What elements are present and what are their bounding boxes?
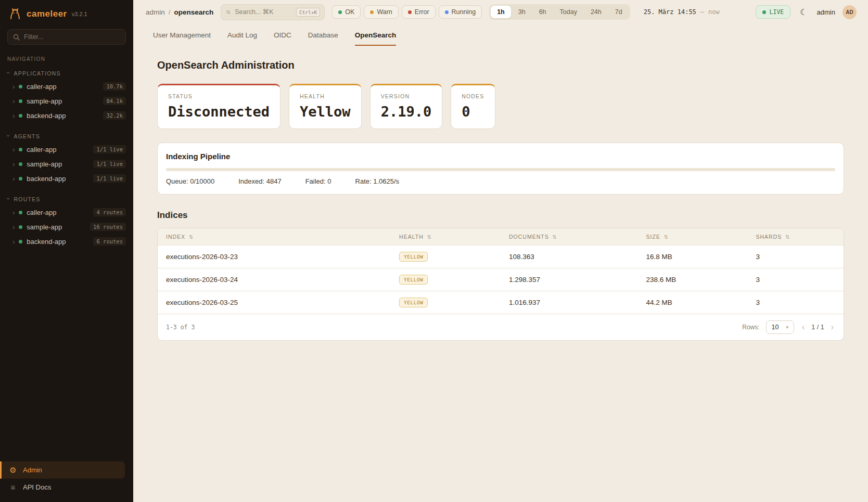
sidebar-section-routes: › ROUTES › caller-app 4 routes › sample-… xyxy=(0,193,133,249)
chevron-right-icon: › xyxy=(12,175,15,182)
count-badge: 4 routes xyxy=(93,208,126,216)
column-header-documents[interactable]: DOCUMENTS ⇅ xyxy=(501,228,638,246)
date-range-display[interactable]: 25. März 14:55 — now xyxy=(637,6,726,18)
tab-oidc[interactable]: OIDC xyxy=(274,31,291,46)
breadcrumb: admin / opensearch xyxy=(146,8,213,16)
tab-opensearch[interactable]: OpenSearch xyxy=(355,31,397,46)
rows-per-page-select[interactable]: 10 ▾ xyxy=(766,320,794,334)
table-row[interactable]: executions-2026-03-23 YELLOW 108.363 16.… xyxy=(158,246,844,268)
status-dot xyxy=(19,162,22,166)
stat-card-health: HEALTH Yellow xyxy=(289,84,362,129)
avatar[interactable]: AD xyxy=(843,5,857,19)
sidebar-item-api-docs[interactable]: ≡ API Docs xyxy=(0,479,133,496)
stat-value: 2.19.0 xyxy=(381,104,432,120)
stat-label: STATUS xyxy=(168,93,270,99)
time-range-group: 1h 3h 6h Today 24h 7d xyxy=(489,4,630,20)
filter-error-button[interactable]: Error xyxy=(402,5,436,19)
sidebar-item-routes-backend-app[interactable]: › backend-app 6 routes xyxy=(0,234,133,249)
search-icon xyxy=(13,34,20,41)
sidebar-footer: ⚙ Admin ≡ API Docs xyxy=(0,461,133,502)
indexing-pipeline-card: Indexing Pipeline Queue: 0/10000 Indexed… xyxy=(157,143,844,195)
sidebar-item-agents-backend-app[interactable]: › backend-app 1/1 live xyxy=(0,171,133,186)
stat-value: Yellow xyxy=(300,104,351,120)
time-range-3h[interactable]: 3h xyxy=(512,6,532,18)
next-page-button[interactable]: › xyxy=(829,323,835,332)
sidebar-item-applications-caller-app[interactable]: › caller-app 10.7k xyxy=(0,79,133,94)
count-badge: 32.2k xyxy=(103,111,126,120)
chevron-right-icon: › xyxy=(12,98,15,105)
sidebar-item-routes-caller-app[interactable]: › caller-app 4 routes xyxy=(0,205,133,220)
chevron-down-icon: › xyxy=(5,135,12,138)
dark-mode-toggle[interactable]: ☾ xyxy=(798,5,809,19)
pipeline-failed: Failed: 0 xyxy=(305,177,331,185)
sidebar-item-label: caller-app xyxy=(27,146,89,153)
status-dot xyxy=(19,148,22,151)
filter-ok-button[interactable]: OK xyxy=(332,5,361,19)
breadcrumb-admin[interactable]: admin xyxy=(146,8,165,16)
chevron-right-icon: › xyxy=(12,238,15,245)
sidebar-item-agents-sample-app[interactable]: › sample-app 1/1 live xyxy=(0,157,133,171)
time-range-1h[interactable]: 1h xyxy=(491,6,511,18)
tab-audit-log[interactable]: Audit Log xyxy=(227,31,257,46)
sidebar-filter[interactable] xyxy=(7,29,126,45)
status-dot xyxy=(19,177,22,181)
count-badge: 84.1k xyxy=(103,97,126,105)
stat-label: HEALTH xyxy=(300,93,351,99)
pipeline-progress-bar xyxy=(166,168,835,171)
sidebar-item-applications-sample-app[interactable]: › sample-app 84.1k xyxy=(0,94,133,108)
chevron-right-icon: › xyxy=(12,146,15,153)
status-dot xyxy=(19,211,22,214)
sidebar-item-admin[interactable]: ⚙ Admin xyxy=(0,461,125,479)
time-range-7d[interactable]: 7d xyxy=(609,6,629,18)
time-range-today[interactable]: Today xyxy=(554,6,583,18)
column-header-health[interactable]: HEALTH ⇅ xyxy=(391,228,501,246)
live-label: LIVE xyxy=(770,8,784,16)
stat-card-status: STATUS Disconnected xyxy=(157,84,280,129)
date-text: 25. März 14:55 xyxy=(644,8,696,16)
filter-running-button[interactable]: Running xyxy=(439,5,482,19)
section-header-agents[interactable]: › AGENTS xyxy=(0,130,133,142)
tab-user-management[interactable]: User Management xyxy=(153,31,211,46)
time-range-6h[interactable]: 6h xyxy=(533,6,553,18)
sort-icon: ⇅ xyxy=(427,234,432,240)
stat-value: 0 xyxy=(462,104,484,120)
table-row[interactable]: executions-2026-03-24 YELLOW 1.298.357 2… xyxy=(158,268,844,291)
sidebar-item-applications-backend-app[interactable]: › backend-app 32.2k xyxy=(0,108,133,123)
pagination: ‹ 1 / 1 › xyxy=(800,323,835,332)
user-name: admin xyxy=(817,8,835,16)
global-search[interactable]: Ctrl+K xyxy=(221,4,325,20)
sidebar-item-agents-caller-app[interactable]: › caller-app 1/1 live xyxy=(0,142,133,157)
stat-label: VERSION xyxy=(381,93,432,99)
time-range-24h[interactable]: 24h xyxy=(584,6,608,18)
table-row[interactable]: executions-2026-03-25 YELLOW 1.016.937 4… xyxy=(158,291,844,314)
live-toggle[interactable]: LIVE xyxy=(756,5,791,19)
date-separator: — xyxy=(700,8,704,16)
app-logo: cameleer v3.2.1 xyxy=(0,7,133,29)
column-header-size[interactable]: SIZE ⇅ xyxy=(638,228,748,246)
date-now: now xyxy=(708,8,720,16)
global-search-input[interactable] xyxy=(235,8,292,16)
chevron-down-icon: › xyxy=(5,72,12,75)
count-badge: 1/1 live xyxy=(93,174,126,183)
cell-index: executions-2026-03-23 xyxy=(158,246,391,268)
rows-per-page-label: Rows: xyxy=(742,324,759,331)
filter-warn-button[interactable]: Warn xyxy=(364,5,398,19)
sidebar-filter-input[interactable] xyxy=(24,33,120,41)
cell-documents: 1.016.937 xyxy=(501,291,638,314)
nav-section-label: NAVIGATION xyxy=(0,56,133,67)
section-header-routes[interactable]: › ROUTES xyxy=(0,193,133,205)
sidebar-item-label: backend-app xyxy=(27,112,99,120)
breadcrumb-separator: / xyxy=(169,8,171,16)
sidebar-item-routes-sample-app[interactable]: › sample-app 16 routes xyxy=(0,220,133,234)
previous-page-button[interactable]: ‹ xyxy=(800,323,806,332)
tab-database[interactable]: Database xyxy=(308,31,338,46)
stat-value: Disconnected xyxy=(168,104,270,120)
filter-label: OK xyxy=(345,8,354,16)
section-label: APPLICATIONS xyxy=(14,70,61,76)
filter-label: Error xyxy=(415,8,429,16)
sidebar-item-label: caller-app xyxy=(27,209,89,216)
column-header-shards[interactable]: SHARDS ⇅ xyxy=(747,228,844,246)
table-footer: 1-3 of 3 Rows: 10 ▾ ‹ 1 / 1 › xyxy=(158,314,844,340)
column-header-index[interactable]: INDEX ⇅ xyxy=(158,228,391,246)
section-header-applications[interactable]: › APPLICATIONS xyxy=(0,67,133,79)
